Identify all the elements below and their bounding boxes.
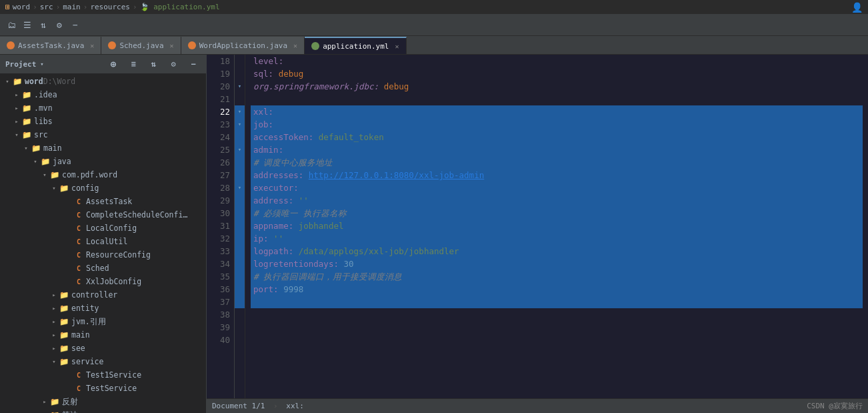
tree-item-test-service[interactable]: C TestService [0, 382, 206, 395]
sidebar-header: Project ▾ ⊕ ≡ ⇅ ⚙ − [0, 55, 206, 73]
sort-icon[interactable]: ⇅ [36, 18, 51, 33]
ln-38: 38 [211, 308, 230, 321]
tree-item-xxl-job-config[interactable]: C XxlJobConfig [0, 275, 206, 288]
tree-item-java[interactable]: ▾ 📁 java [0, 155, 206, 168]
tab-sched-close[interactable]: ✕ [170, 42, 174, 49]
tab-word-application-close[interactable]: ✕ [293, 42, 297, 49]
tree-label-service: service [71, 357, 103, 366]
code-line-38 [251, 308, 863, 321]
tree-item-entity[interactable]: ▸ 📁 entity [0, 302, 206, 315]
tree-item-jvm[interactable]: ▸ 📁 jvm.引用 [0, 315, 206, 328]
sidebar-settings-icon[interactable]: ⚙ [166, 57, 181, 71]
tree-label-mvn: .mvn [34, 103, 53, 113]
folder-icon-java: 📁 [40, 157, 51, 166]
code-line-24: accessToken: default_token [251, 131, 863, 143]
code-l27: addresses: http://127.0.0.1:8080/xxl-job… [253, 169, 484, 181]
expand-icon[interactable]: ⇅ [146, 57, 161, 71]
val-address-empty: '' [299, 195, 309, 205]
tree-label-word-path: D:\Word [43, 77, 75, 86]
class-icon-local-config: C [73, 225, 84, 232]
code-l34: logretentiondays: 30 [253, 258, 354, 270]
tab-application-yml[interactable]: application.yml ✕ [305, 37, 406, 54]
tab-assets-task-close[interactable]: ✕ [90, 42, 94, 49]
tree-item-complete-schedule[interactable]: C CompleteScheduleConfi… [0, 208, 206, 222]
tree-item-assets-task[interactable]: C AssetsTask [0, 195, 206, 208]
ln-23: 23 [211, 118, 230, 131]
key-logpath: logpath: [253, 246, 299, 256]
val-logretentiondays: 30 [343, 259, 353, 269]
arrow-fanshe: ▸ [40, 398, 49, 405]
folder-icon-main-sub: 📁 [59, 330, 69, 340]
tree-item-controller[interactable]: ▸ 📁 controller [0, 288, 206, 302]
tree-item-fanshe[interactable]: ▸ 📁 反射 [0, 395, 206, 408]
collapse-icon[interactable]: − [68, 18, 83, 33]
tree-item-src[interactable]: ▾ 📁 src [0, 128, 206, 141]
val-port: 9998 [283, 284, 303, 294]
tab-sched[interactable]: Sched.java ✕ [101, 37, 181, 54]
sidebar-tree: ▾ 📁 word D:\Word ▸ 📁 .idea ▸ 📁 .mvn ▸ 📁 [0, 73, 206, 413]
tree-label-local-util: LocalUtil [86, 237, 127, 246]
tree-label-test1-service: Test1Service [86, 370, 141, 380]
add-icon[interactable]: ⊕ [106, 57, 121, 71]
ln-21: 21 [211, 93, 230, 105]
comment-appname: # 必须唯一 执行器名称 [253, 208, 347, 218]
ln-39: 39 [211, 321, 230, 334]
arrow-libs: ▸ [12, 118, 21, 125]
code-l26: # 调度中心服务地址 [253, 156, 333, 169]
tree-item-local-config[interactable]: C LocalConfig [0, 222, 206, 235]
tree-label-resource-config: ResourceConfig [86, 250, 151, 260]
tree-item-test1-service[interactable]: C Test1Service [0, 368, 206, 382]
editor-area[interactable]: 18 19 20 21 22 23 24 25 26 27 28 29 30 3… [207, 55, 868, 413]
structure-icon[interactable]: ☰ [20, 18, 35, 33]
tree-item-idea[interactable]: ▸ 📁 .idea [0, 88, 206, 101]
code-content[interactable]: level: sql: debug org.springframework.jd… [245, 55, 868, 398]
arrow-java: ▾ [31, 158, 40, 165]
val-url: http://127.0.0.1:8080/xxl-job-admin [309, 170, 484, 180]
tab-assets-task[interactable]: AssetsTask.java ✕ [0, 37, 101, 54]
tree-item-suanfa[interactable]: ▾ 📁 算法 [0, 408, 206, 413]
code-line-22: xxl: [251, 105, 863, 118]
sidebar: Project ▾ ⊕ ≡ ⇅ ⚙ − ▾ 📁 word D:\Word ▸ [0, 55, 207, 413]
tree-label-local-config: LocalConfig [86, 224, 137, 233]
tree-item-mvn[interactable]: ▸ 📁 .mvn [0, 101, 206, 115]
tree-label-see: see [71, 344, 85, 353]
code-line-39 [251, 321, 863, 334]
tree-label-complete-schedule: CompleteScheduleConfi… [86, 210, 187, 220]
tree-item-libs[interactable]: ▸ 📁 libs [0, 115, 206, 128]
code-l31: appname: jobhandel [253, 220, 343, 232]
project-tree-icon[interactable]: 🗂 [4, 18, 19, 33]
tab-word-application-label: WordApplication.java [199, 41, 287, 50]
ln-26: 26 [211, 156, 230, 169]
code-line-29: address: '' [251, 194, 863, 207]
tree-item-see[interactable]: ▸ 📁 see [0, 342, 206, 355]
arrow-config: ▾ [49, 185, 59, 191]
tree-item-main-sub[interactable]: ▸ 📁 main [0, 328, 206, 342]
arrow-jvm: ▸ [49, 318, 59, 325]
tree-item-service[interactable]: ▾ 📁 service [0, 355, 206, 368]
tree-item-resource-config[interactable]: C ResourceConfig [0, 248, 206, 262]
code-line-33: logpath: /data/applogs/xxl-job/jobhandle… [251, 245, 863, 258]
tree-item-local-util[interactable]: C LocalUtil [0, 235, 206, 248]
code-line-30: # 必须唯一 执行器名称 [251, 207, 863, 220]
ln-25: 25 [211, 143, 230, 156]
code-line-25: admin: [251, 143, 863, 156]
dropdown-arrow[interactable]: ▾ [40, 61, 43, 67]
list-icon[interactable]: ≡ [126, 57, 141, 71]
tree-item-word-root[interactable]: ▾ 📁 word D:\Word [0, 75, 206, 88]
folder-icon-main: 📁 [31, 143, 41, 153]
sidebar-collapse-icon[interactable]: − [186, 57, 201, 71]
key-address: address: [253, 195, 299, 205]
tree-item-sched[interactable]: C Sched [0, 262, 206, 275]
settings-icon[interactable]: ⚙ [52, 18, 67, 33]
user-icon[interactable]: 👤 [851, 2, 863, 13]
ln-34: 34 [211, 258, 230, 270]
fold-23: ▾ [235, 118, 245, 131]
tab-word-java-icon [188, 41, 196, 49]
key-access-token: accessToken: [253, 132, 319, 142]
tab-word-application[interactable]: WordApplication.java ✕ [181, 37, 305, 54]
tree-item-com-pdf-word[interactable]: ▾ 📁 com.pdf.word [0, 168, 206, 181]
tree-item-main[interactable]: ▾ 📁 main [0, 141, 206, 155]
code-l19: sql: debug [253, 67, 303, 80]
tree-item-config[interactable]: ▾ 📁 config [0, 181, 206, 195]
tab-application-yml-close[interactable]: ✕ [395, 43, 399, 50]
